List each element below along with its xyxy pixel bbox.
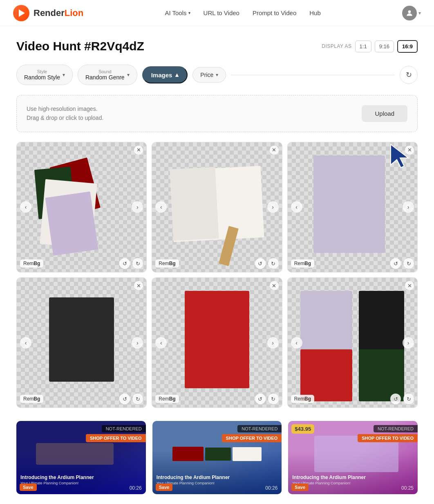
rembg-btn-5[interactable]: RemBg [155,395,179,403]
card-close-1[interactable]: ✕ [134,146,143,155]
rotate-right-btn-2[interactable]: ↻ [268,258,279,269]
card-nav-left-6[interactable]: ‹ [291,337,302,349]
nav-url-to-video[interactable]: URL to Video [204,9,239,16]
not-rendered-badge-2: NOT-RENDERED [237,425,282,432]
rotate-left-btn-2[interactable]: ↺ [255,258,266,269]
style-filter[interactable]: Style Random Style ▾ [16,65,73,85]
card-bottom-5: RemBg ↺ ↻ [155,394,278,404]
user-menu-arrow[interactable]: ▾ [418,10,421,16]
card-nav-left-4[interactable]: ‹ [20,337,31,349]
refresh-button[interactable]: ↻ [400,66,418,84]
nav-hub[interactable]: Hub [309,9,321,16]
logo-text: RenderLion [34,8,83,18]
chevron-up-icon: ▴ [175,71,179,79]
sound-label: Sound [85,69,125,74]
card-bottom-6: RemBg ↺ ↻ [291,394,414,404]
video-card-3[interactable]: $43.95 NOT-RENDERED SHOP OFFER TO VIDEO … [288,421,418,494]
notebook-red-2 [185,291,250,388]
card-nav-right-3[interactable]: › [403,201,414,213]
sound-value: Random Genre [85,74,125,81]
save-button-2[interactable]: Save [156,484,173,491]
nav-ai-tools[interactable]: AI Tools ▾ [165,9,190,16]
rotate-left-btn-1[interactable]: ↺ [119,258,130,269]
card-close-5[interactable]: ✕ [270,281,279,290]
image-card-6: ✕ ‹ › RemBg ↺ ↻ [287,277,418,408]
card-bottom-4: RemBg ↺ ↻ [20,394,143,404]
ratio-9-16[interactable]: 9:16 [375,40,394,52]
upload-area[interactable]: Use high-resolution images. Drag & drop … [16,95,418,132]
logo[interactable]: RenderLion [13,5,83,21]
chevron-down-icon: ▾ [216,72,218,78]
page-title: Video Hunt #R2Vq4dZ [16,39,144,53]
video-img-overlay-2 [165,439,268,468]
rotate-right-btn-4[interactable]: ↻ [132,394,143,404]
card-bottom-1: RemBg ↺ ↻ [20,258,143,269]
rotate-right-btn-1[interactable]: ↻ [132,258,143,269]
notebook-black-2 [359,291,404,356]
video-img-overlay [36,443,114,465]
video-duration-1: 00:26 [130,485,142,491]
main-nav: AI Tools ▾ URL to Video Prompt to Video … [165,9,320,16]
card-nav-right-1[interactable]: › [132,201,143,213]
images-label: Images [151,72,172,79]
video-card-2[interactable]: NOT-RENDERED SHOP OFFER TO VIDEO Introdu… [152,421,282,494]
card-nav-right-5[interactable]: › [267,337,279,349]
card-nav-left-1[interactable]: ‹ [20,201,31,213]
card-close-3[interactable]: ✕ [405,146,414,155]
card-nav-left-2[interactable]: ‹ [155,201,167,213]
card-nav-left-5[interactable]: ‹ [155,337,167,349]
shop-offer-badge-1: SHOP OFFER TO VIDEO [86,434,146,442]
shop-offer-badge-3: SHOP OFFER TO VIDEO [358,434,418,442]
video-duration-2: 00:26 [265,485,277,491]
image-card-5: ✕ ‹ › RemBg ↺ ↻ [152,277,282,408]
rotate-left-btn-3[interactable]: ↺ [390,258,401,269]
logo-icon [13,5,29,21]
card-nav-left-3[interactable]: ‹ [291,201,302,213]
rotate-right-btn-5[interactable]: ↻ [268,394,279,404]
rembg-btn-1[interactable]: RemBg [20,259,43,268]
main-content: Video Hunt #R2Vq4dZ DISPLAY AS 1:1 9:16 … [0,26,434,504]
title-row: Video Hunt #R2Vq4dZ DISPLAY AS 1:1 9:16 … [16,39,418,53]
card-bottom-3: RemBg ↺ ↻ [291,258,414,269]
card-nav-right-6[interactable]: › [403,337,414,349]
display-as-label: DISPLAY AS [322,43,351,49]
card-close-6[interactable]: ✕ [405,281,414,290]
card-close-2[interactable]: ✕ [270,146,279,155]
rembg-btn-2[interactable]: RemBg [155,259,179,268]
user-avatar[interactable] [402,6,417,20]
card-nav-right-4[interactable]: › [132,337,143,349]
ratio-1-1[interactable]: 1:1 [355,40,371,52]
header: RenderLion AI Tools ▾ URL to Video Promp… [0,0,434,26]
style-value: Random Style [24,74,60,81]
chevron-down-icon: ▾ [188,11,190,15]
rembg-btn-3[interactable]: RemBg [291,259,314,268]
rotate-right-btn-3[interactable]: ↻ [403,258,414,269]
card-actions-1: ↺ ↻ [119,258,143,269]
chevron-down-icon: ▾ [63,72,65,78]
ratio-16-9[interactable]: 16:9 [397,40,418,53]
filter-row: Style Random Style ▾ Sound Random Genre … [16,65,418,85]
price-label: Price [200,72,213,78]
image-grid: ✕ ‹ › RemBg ↺ ↻ ✕ ‹ › RemBg ↺ [16,142,418,408]
images-filter[interactable]: Images ▴ [142,66,188,83]
video-card-1[interactable]: NOT-RENDERED SHOP OFFER TO VIDEO Introdu… [16,421,146,494]
rotate-right-btn-6[interactable]: ↻ [403,394,414,404]
sound-filter[interactable]: Sound Random Genre ▾ [78,65,137,85]
nav-prompt-to-video[interactable]: Prompt to Video [253,9,296,16]
rembg-btn-4[interactable]: RemBg [20,395,43,403]
rotate-left-btn-5[interactable]: ↺ [255,394,266,404]
not-rendered-badge-3: NOT-RENDERED [374,425,418,432]
rotate-left-btn-4[interactable]: ↺ [119,394,130,404]
display-as-section: DISPLAY AS 1:1 9:16 16:9 [322,40,418,53]
card-nav-right-2[interactable]: › [267,201,279,213]
upload-button[interactable]: Upload [362,105,407,122]
svg-point-0 [408,10,411,13]
rotate-left-btn-6[interactable]: ↺ [390,394,401,404]
save-button-3[interactable]: Save [291,484,309,491]
save-button-1[interactable]: Save [20,484,37,491]
video-row: NOT-RENDERED SHOP OFFER TO VIDEO Introdu… [16,421,418,494]
rembg-btn-6[interactable]: RemBg [291,395,314,403]
price-filter[interactable]: Price ▾ [192,67,226,83]
chevron-down-icon: ▾ [127,72,130,78]
image-card-1: ✕ ‹ › RemBg ↺ ↻ [16,142,147,272]
